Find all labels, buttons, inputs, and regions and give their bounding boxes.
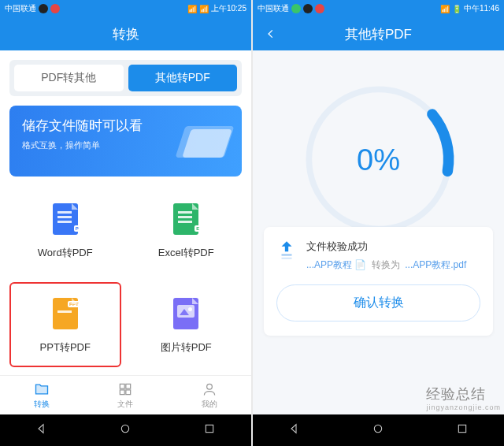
android-nav-bar [0, 414, 251, 446]
svg-rect-6 [282, 258, 292, 259]
card-label: Word转PDF [38, 246, 93, 260]
back-button[interactable] [288, 422, 301, 438]
card-label: PPT转PDF [40, 340, 91, 355]
svg-rect-2 [206, 425, 213, 432]
nav-me[interactable]: 我的 [168, 376, 251, 414]
nav-convert[interactable]: 转换 [0, 376, 83, 414]
user-icon [202, 381, 217, 397]
status-dot-icon [39, 4, 48, 13]
page-title: 转换 [0, 17, 251, 50]
excel-doc-icon: E [173, 203, 198, 235]
progress-percent: 0% [357, 143, 400, 177]
home-button[interactable] [119, 422, 132, 438]
card-word-to-pdf[interactable]: P Word转PDF [9, 188, 121, 273]
card-ppt-to-pdf[interactable]: PPT PPT转PDF [9, 282, 121, 367]
carrier-text: 中国联通 [258, 3, 289, 14]
clock-text: 上午10:25 [211, 3, 246, 14]
folder-icon [34, 381, 50, 397]
bottom-nav: 转换 文件 我的 [0, 375, 251, 414]
status-bar: 中国联通 📶 🔋 中午11:46 [253, 0, 504, 17]
clock-text: 中午11:46 [464, 3, 499, 14]
grid-icon [117, 381, 133, 397]
status-dot-icon [315, 4, 324, 13]
chevron-left-icon [265, 28, 276, 39]
home-button[interactable] [372, 422, 384, 438]
page-title: 其他转PDF [345, 25, 412, 43]
banner-illustration-icon [179, 121, 231, 161]
svg-point-1 [122, 425, 129, 432]
signal-icon: 📶 [199, 5, 209, 13]
tab-pdf-to-other[interactable]: PDF转其他 [14, 65, 124, 91]
file-source: ...APP教程 📄 [306, 259, 366, 270]
left-screen: 中国联通 📶 📶 上午10:25 转换 PDF转其他 其他转PDF 储存文件随时… [0, 0, 251, 446]
status-dot-icon [50, 4, 60, 13]
wifi-icon: 📶 [440, 5, 450, 13]
status-dot-icon [303, 4, 313, 13]
promo-banner[interactable]: 储存文件随时可以看 格式互换，操作简单 [9, 106, 242, 177]
back-button[interactable] [35, 422, 48, 438]
card-image-to-pdf[interactable]: 图片转PDF [131, 282, 243, 367]
svg-point-0 [206, 384, 212, 389]
wifi-icon: 📶 [187, 5, 197, 13]
svg-point-7 [375, 425, 382, 432]
tab-other-to-pdf[interactable]: 其他转PDF [128, 65, 238, 91]
status-dot-icon [291, 4, 301, 13]
info-card: 文件校验成功 ...APP教程 📄 转换为 ...APP教程.pdf 确认转换 [264, 227, 493, 336]
watermark: 经验总结 jingyanzongjie.com [426, 385, 501, 411]
card-label: 图片转PDF [161, 340, 212, 355]
android-nav-bar [253, 414, 504, 446]
recent-button[interactable] [456, 422, 469, 438]
upload-icon [276, 240, 297, 263]
svg-rect-8 [458, 425, 465, 432]
arrow-text: 转换为 [372, 259, 400, 270]
status-bar: 中国联通 📶 📶 上午10:25 [0, 0, 251, 17]
image-doc-icon [173, 298, 198, 329]
tab-bar: PDF转其他 其他转PDF [9, 60, 242, 96]
card-excel-to-pdf[interactable]: E Excel转PDF [131, 188, 243, 273]
back-button[interactable] [261, 24, 281, 44]
svg-rect-5 [282, 254, 292, 255]
recent-button[interactable] [203, 422, 216, 438]
right-screen: 中国联通 📶 🔋 中午11:46 其他转PDF 0% [253, 0, 504, 446]
file-status-text: 文件校验成功 [306, 240, 480, 254]
ppt-doc-icon: PPT [53, 298, 78, 329]
nav-files[interactable]: 文件 [83, 376, 167, 414]
carrier-text: 中国联通 [5, 3, 36, 14]
file-target: ...APP教程.pdf [405, 259, 466, 270]
battery-icon: 🔋 [452, 5, 461, 13]
card-label: Excel转PDF [158, 246, 214, 260]
page-header: 其他转PDF [253, 17, 504, 50]
confirm-convert-button[interactable]: 确认转换 [276, 284, 480, 321]
word-doc-icon: P [53, 203, 78, 235]
